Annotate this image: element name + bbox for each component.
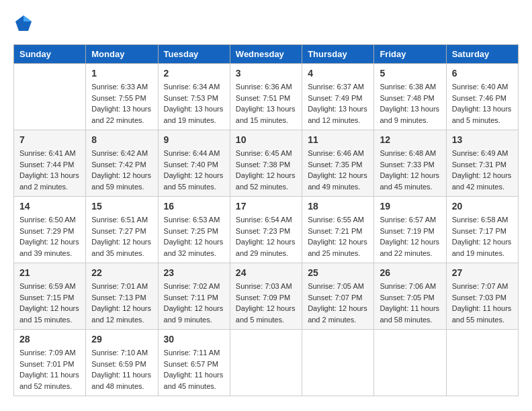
day-info: Sunrise: 6:54 AMSunset: 7:23 PMDaylight:… [236, 214, 296, 259]
day-number: 29 [91, 334, 152, 345]
day-number: 11 [308, 134, 368, 145]
calendar-week-row: 14Sunrise: 6:50 AMSunset: 7:29 PMDayligh… [14, 197, 519, 263]
calendar-cell: 4Sunrise: 6:37 AMSunset: 7:49 PMDaylight… [302, 64, 374, 130]
calendar-cell: 30Sunrise: 7:11 AMSunset: 6:57 PMDayligh… [158, 330, 230, 396]
calendar-cell: 29Sunrise: 7:10 AMSunset: 6:59 PMDayligh… [86, 330, 158, 396]
day-info: Sunrise: 6:40 AMSunset: 7:46 PMDaylight:… [452, 81, 513, 126]
day-number: 24 [236, 267, 296, 278]
weekday-header-thursday: Thursday [302, 45, 374, 64]
day-number: 23 [164, 267, 224, 278]
day-info: Sunrise: 7:11 AMSunset: 6:57 PMDaylight:… [164, 347, 224, 392]
day-number: 1 [91, 68, 152, 79]
day-number: 21 [19, 267, 80, 278]
calendar-cell: 5Sunrise: 6:38 AMSunset: 7:48 PMDaylight… [374, 64, 446, 130]
calendar-cell: 24Sunrise: 7:03 AMSunset: 7:09 PMDayligh… [230, 263, 302, 330]
day-info: Sunrise: 6:34 AMSunset: 7:53 PMDaylight:… [164, 81, 224, 126]
day-number: 30 [164, 334, 224, 345]
calendar-cell: 8Sunrise: 6:42 AMSunset: 7:42 PMDaylight… [86, 130, 158, 197]
day-info: Sunrise: 7:01 AMSunset: 7:13 PMDaylight:… [91, 281, 152, 325]
day-number: 13 [452, 134, 513, 145]
svg-marker-1 [24, 15, 32, 21]
day-info: Sunrise: 6:59 AMSunset: 7:15 PMDaylight:… [19, 281, 80, 325]
day-number: 14 [19, 201, 80, 212]
weekday-header-wednesday: Wednesday [230, 45, 302, 64]
calendar-cell: 12Sunrise: 6:48 AMSunset: 7:33 PMDayligh… [374, 130, 446, 197]
calendar-cell: 3Sunrise: 6:36 AMSunset: 7:51 PMDaylight… [230, 64, 302, 130]
day-number: 20 [452, 201, 513, 212]
page-header [13, 13, 519, 34]
calendar-cell: 25Sunrise: 7:05 AMSunset: 7:07 PMDayligh… [302, 263, 374, 330]
calendar-cell: 21Sunrise: 6:59 AMSunset: 7:15 PMDayligh… [14, 263, 86, 330]
weekday-header-saturday: Saturday [446, 45, 518, 64]
weekday-header-monday: Monday [86, 45, 158, 64]
calendar-cell [230, 330, 302, 396]
day-info: Sunrise: 6:33 AMSunset: 7:55 PMDaylight:… [91, 81, 152, 126]
day-number: 28 [19, 334, 80, 345]
day-info: Sunrise: 6:38 AMSunset: 7:48 PMDaylight:… [380, 81, 440, 126]
calendar-cell [302, 330, 374, 396]
day-number: 15 [91, 201, 152, 212]
day-number: 12 [380, 134, 440, 145]
day-info: Sunrise: 7:03 AMSunset: 7:09 PMDaylight:… [236, 281, 296, 325]
weekday-header-row: SundayMondayTuesdayWednesdayThursdayFrid… [14, 45, 519, 64]
day-number: 25 [308, 267, 368, 278]
calendar-cell: 22Sunrise: 7:01 AMSunset: 7:13 PMDayligh… [86, 263, 158, 330]
day-info: Sunrise: 6:57 AMSunset: 7:19 PMDaylight:… [380, 214, 440, 259]
day-number: 16 [164, 201, 224, 212]
day-info: Sunrise: 6:51 AMSunset: 7:27 PMDaylight:… [91, 214, 152, 259]
day-info: Sunrise: 7:09 AMSunset: 7:01 PMDaylight:… [19, 347, 80, 392]
calendar-week-row: 21Sunrise: 6:59 AMSunset: 7:15 PMDayligh… [14, 263, 519, 330]
calendar-cell: 18Sunrise: 6:55 AMSunset: 7:21 PMDayligh… [302, 197, 374, 263]
weekday-header-tuesday: Tuesday [158, 45, 230, 64]
logo-icon [13, 13, 34, 34]
weekday-header-friday: Friday [374, 45, 446, 64]
day-number: 2 [164, 68, 224, 79]
day-info: Sunrise: 6:50 AMSunset: 7:29 PMDaylight:… [19, 214, 80, 259]
logo [13, 13, 36, 34]
calendar-cell: 7Sunrise: 6:41 AMSunset: 7:44 PMDaylight… [14, 130, 86, 197]
weekday-header-sunday: Sunday [14, 45, 86, 64]
calendar-cell: 2Sunrise: 6:34 AMSunset: 7:53 PMDaylight… [158, 64, 230, 130]
day-number: 5 [380, 68, 440, 79]
day-info: Sunrise: 6:36 AMSunset: 7:51 PMDaylight:… [236, 81, 296, 126]
day-number: 9 [164, 134, 224, 145]
calendar-cell: 11Sunrise: 6:46 AMSunset: 7:35 PMDayligh… [302, 130, 374, 197]
calendar-cell: 9Sunrise: 6:44 AMSunset: 7:40 PMDaylight… [158, 130, 230, 197]
calendar-cell: 6Sunrise: 6:40 AMSunset: 7:46 PMDaylight… [446, 64, 518, 130]
day-number: 17 [236, 201, 296, 212]
day-info: Sunrise: 6:48 AMSunset: 7:33 PMDaylight:… [380, 148, 440, 192]
day-info: Sunrise: 6:42 AMSunset: 7:42 PMDaylight:… [91, 148, 152, 192]
day-number: 3 [236, 68, 296, 79]
calendar-cell: 16Sunrise: 6:53 AMSunset: 7:25 PMDayligh… [158, 197, 230, 263]
day-number: 18 [308, 201, 368, 212]
calendar-cell [446, 330, 518, 396]
calendar-week-row: 7Sunrise: 6:41 AMSunset: 7:44 PMDaylight… [14, 130, 519, 197]
day-info: Sunrise: 7:02 AMSunset: 7:11 PMDaylight:… [164, 281, 224, 325]
day-info: Sunrise: 6:49 AMSunset: 7:31 PMDaylight:… [452, 148, 513, 192]
day-info: Sunrise: 6:55 AMSunset: 7:21 PMDaylight:… [308, 214, 368, 259]
calendar-cell: 23Sunrise: 7:02 AMSunset: 7:11 PMDayligh… [158, 263, 230, 330]
day-number: 4 [308, 68, 368, 79]
calendar-cell: 20Sunrise: 6:58 AMSunset: 7:17 PMDayligh… [446, 197, 518, 263]
day-info: Sunrise: 6:45 AMSunset: 7:38 PMDaylight:… [236, 148, 296, 192]
day-number: 26 [380, 267, 440, 278]
day-info: Sunrise: 6:37 AMSunset: 7:49 PMDaylight:… [308, 81, 368, 126]
calendar-cell: 15Sunrise: 6:51 AMSunset: 7:27 PMDayligh… [86, 197, 158, 263]
day-info: Sunrise: 7:10 AMSunset: 6:59 PMDaylight:… [91, 347, 152, 392]
calendar-cell: 10Sunrise: 6:45 AMSunset: 7:38 PMDayligh… [230, 130, 302, 197]
calendar-cell [374, 330, 446, 396]
day-number: 8 [91, 134, 152, 145]
day-info: Sunrise: 7:05 AMSunset: 7:07 PMDaylight:… [308, 281, 368, 325]
calendar-cell: 26Sunrise: 7:06 AMSunset: 7:05 PMDayligh… [374, 263, 446, 330]
day-number: 10 [236, 134, 296, 145]
calendar-cell: 14Sunrise: 6:50 AMSunset: 7:29 PMDayligh… [14, 197, 86, 263]
day-info: Sunrise: 6:53 AMSunset: 7:25 PMDaylight:… [164, 214, 224, 259]
day-info: Sunrise: 6:41 AMSunset: 7:44 PMDaylight:… [19, 148, 80, 192]
day-info: Sunrise: 6:58 AMSunset: 7:17 PMDaylight:… [452, 214, 513, 259]
calendar-week-row: 1Sunrise: 6:33 AMSunset: 7:55 PMDaylight… [14, 64, 519, 130]
day-info: Sunrise: 6:44 AMSunset: 7:40 PMDaylight:… [164, 148, 224, 192]
day-number: 7 [19, 134, 80, 145]
calendar-cell: 1Sunrise: 6:33 AMSunset: 7:55 PMDaylight… [86, 64, 158, 130]
calendar-cell [14, 64, 86, 130]
day-number: 6 [452, 68, 513, 79]
